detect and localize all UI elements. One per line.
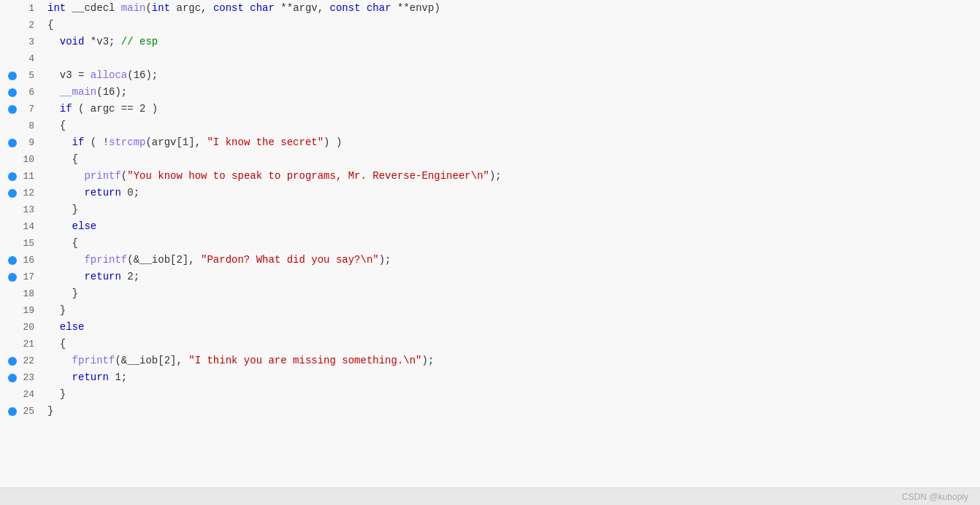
code-line[interactable]: 8 { [0, 117, 980, 134]
line-number-col: 12 [0, 188, 40, 198]
code-content: if ( argc == 2 ) [40, 101, 980, 117]
code-line[interactable]: 24 } [0, 386, 980, 403]
code-line[interactable]: 14 else [0, 218, 980, 235]
code-line[interactable]: 2{ [0, 17, 980, 34]
line-number-col: 6 [0, 87, 40, 98]
line-number: 20 [20, 322, 34, 333]
code-line[interactable]: 5 v3 = alloca(16); [0, 67, 980, 84]
line-number: 6 [20, 87, 34, 98]
code-token: **argv, [275, 2, 330, 14]
code-line[interactable]: 19 } [0, 302, 980, 319]
breakpoint-dot[interactable] [8, 172, 17, 181]
line-number: 11 [20, 171, 34, 182]
line-number: 12 [20, 188, 34, 198]
code-token: char [250, 2, 275, 14]
line-number-col: 23 [0, 372, 40, 383]
breakpoint-dot[interactable] [8, 88, 17, 97]
code-line[interactable]: 22 fprintf(&__iob[2], "I think you are m… [0, 352, 980, 369]
code-token: main [121, 2, 146, 14]
code-token: int [47, 2, 66, 14]
code-token: { [47, 237, 78, 249]
no-breakpoint [8, 55, 17, 63]
code-content: return 1; [40, 369, 980, 386]
code-content: { [40, 235, 980, 252]
breakpoint-dot[interactable] [8, 357, 17, 366]
code-token [47, 103, 60, 115]
code-token: ); [422, 355, 435, 366]
code-line[interactable]: 11 printf("You know how to speak to prog… [0, 168, 980, 185]
code-line[interactable]: 20 else [0, 319, 980, 336]
code-line[interactable]: 9 if ( !strcmp(argv[1], "I know the secr… [0, 134, 980, 151]
breakpoint-dot[interactable] [8, 374, 17, 382]
no-breakpoint [8, 340, 17, 349]
line-number: 2 [20, 20, 34, 31]
code-content: fprintf(&__iob[2], "Pardon? What did you… [40, 252, 980, 269]
line-number-col: 22 [0, 355, 40, 366]
line-number: 16 [20, 255, 34, 266]
no-breakpoint [8, 390, 17, 399]
code-token: (argv[1], [145, 136, 207, 148]
code-line[interactable]: 3 void *v3; // esp [0, 34, 980, 50]
line-number-col: 19 [0, 305, 40, 316]
code-token: const [213, 2, 244, 14]
code-line[interactable]: 4 [0, 50, 980, 67]
code-line[interactable]: 15 { [0, 235, 980, 252]
breakpoint-dot[interactable] [8, 139, 17, 147]
code-token: { [47, 120, 66, 131]
no-breakpoint [8, 38, 17, 47]
code-token: fprintf [72, 355, 115, 366]
code-token [47, 220, 72, 232]
no-breakpoint [8, 4, 17, 13]
code-line[interactable]: 7 if ( argc == 2 ) [0, 101, 980, 117]
code-line[interactable]: 21 { [0, 336, 980, 352]
code-token: alloca [91, 69, 127, 81]
breakpoint-dot[interactable] [8, 407, 17, 416]
code-token: return [84, 187, 120, 198]
line-number: 13 [20, 204, 34, 215]
breakpoint-dot[interactable] [8, 105, 17, 114]
code-token [47, 271, 84, 282]
code-line[interactable]: 23 return 1; [0, 369, 980, 386]
code-content: fprintf(&__iob[2], "I think you are miss… [40, 352, 980, 369]
code-token: else [72, 220, 97, 232]
line-number-col: 15 [0, 238, 40, 249]
code-token: __main [60, 86, 96, 98]
breakpoint-dot[interactable] [8, 256, 17, 265]
code-token: const [330, 2, 361, 14]
code-line[interactable]: 6 __main(16); [0, 84, 980, 101]
code-line[interactable]: 17 return 2; [0, 269, 980, 285]
code-token: 2; [121, 271, 139, 282]
code-content: void *v3; // esp [40, 34, 980, 50]
code-line[interactable]: 13 } [0, 201, 980, 218]
line-number-col: 24 [0, 389, 40, 400]
code-token: (16); [96, 86, 127, 98]
code-content: if ( !strcmp(argv[1], "I know the secret… [40, 134, 980, 151]
code-content: else [40, 218, 980, 235]
code-token: ); [379, 254, 391, 266]
code-line[interactable]: 25} [0, 403, 980, 420]
code-line[interactable]: 16 fprintf(&__iob[2], "Pardon? What did … [0, 252, 980, 269]
no-breakpoint [8, 155, 17, 164]
line-number: 19 [20, 305, 34, 316]
no-breakpoint [8, 21, 17, 30]
line-number-col: 1 [0, 3, 40, 14]
code-content: } [40, 403, 980, 420]
breakpoint-dot[interactable] [8, 72, 17, 80]
code-token: { [47, 19, 53, 31]
code-token [47, 321, 60, 333]
breakpoint-dot[interactable] [8, 189, 17, 198]
code-content: return 0; [40, 185, 980, 201]
code-content: int __cdecl main(int argc, const char **… [40, 0, 980, 17]
line-number: 17 [20, 271, 34, 282]
no-breakpoint [8, 290, 17, 298]
code-line[interactable]: 18 } [0, 285, 980, 302]
code-token: } [47, 388, 66, 400]
code-line[interactable]: 1int __cdecl main(int argc, const char *… [0, 0, 980, 17]
code-token: char [367, 2, 391, 14]
code-token: // esp [121, 36, 158, 47]
code-line[interactable]: 10 { [0, 151, 980, 168]
code-line[interactable]: 12 return 0; [0, 185, 980, 201]
breakpoint-dot[interactable] [8, 273, 17, 282]
code-token: 0; [121, 187, 139, 198]
code-content: else [40, 319, 980, 336]
